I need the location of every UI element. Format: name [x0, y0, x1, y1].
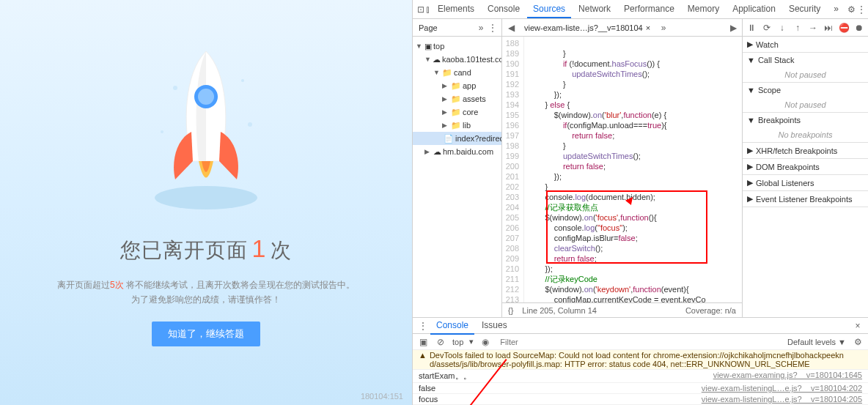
code-editor[interactable]: 188 189 190 191 192 193 194 195 196 197 … [502, 37, 742, 302]
modal-desc: 离开页面超过5次 将不能继续考试，且离开次数将会呈现在您的测试报告中。 为了避免… [57, 278, 355, 307]
file-more-icon[interactable]: » [658, 22, 669, 34]
kebab-icon[interactable]: ⋮ [487, 22, 499, 34]
console-row[interactable]: focusview-exam-listeningL…e.js?__v=18010… [413, 394, 868, 405]
debug-tool-icon[interactable]: ↑ [792, 22, 803, 34]
nav-right-icon[interactable]: ▶ [727, 22, 739, 34]
dbg-section-body: Not paused [743, 67, 868, 82]
gear-icon[interactable]: ⚙ [847, 4, 856, 15]
kebab-icon[interactable]: ⋮ [417, 320, 429, 332]
kebab-icon[interactable]: ⋮ [857, 4, 866, 15]
coverage: Coverage: n/a [685, 306, 736, 315]
code-status-bar: {} Line 205, Column 14 Coverage: n/a [502, 302, 742, 317]
title-pre: 您已离开页面 [120, 237, 248, 264]
tab-memory[interactable]: Memory [682, 1, 725, 18]
nav-left-icon[interactable]: ◀ [505, 22, 517, 34]
tree-item[interactable]: ▼📁 cand [413, 66, 501, 79]
dbg-section-header[interactable]: ▶Watch [743, 37, 868, 52]
tab-performance[interactable]: Performance [618, 1, 680, 18]
tab-network[interactable]: Network [573, 1, 617, 18]
modal-title: 您已离开页面 1 次 [120, 234, 293, 264]
tab-sources[interactable]: Sources [527, 1, 571, 18]
tree-item[interactable]: ▶📁 app [413, 79, 501, 92]
context-select[interactable]: top [452, 338, 463, 346]
dbg-section-header[interactable]: ▶Event Listener Breakpoints [743, 191, 868, 207]
cursor-pos: Line 205, Column 14 [522, 306, 597, 315]
gear-icon[interactable]: ⚙ [852, 336, 864, 348]
svg-point-5 [161, 130, 163, 133]
debug-tool-icon[interactable]: ⏸ [746, 22, 757, 34]
dbg-section-header[interactable]: ▼Breakpoints [743, 113, 868, 127]
confirm-button[interactable]: 知道了，继续答题 [152, 322, 260, 346]
console-drawer: ⋮ Console Issues × ▣ ⊘ top▾ ◉ Default le… [413, 317, 868, 405]
dbg-section-header[interactable]: ▶DOM Breakpoints [743, 159, 868, 174]
dbg-section-header[interactable]: ▶Global Listeners [743, 175, 868, 190]
drawer-tab-console[interactable]: Console [430, 317, 474, 335]
tab-console[interactable]: Console [482, 1, 526, 18]
svg-point-3 [173, 86, 177, 90]
exam-modal: 您已离开页面 1 次 离开页面超过5次 将不能继续考试，且离开次数将会呈现在您的… [0, 0, 412, 405]
debug-tool-icon[interactable]: ⟳ [761, 22, 772, 34]
tree-item[interactable]: ▼☁ kaoba.101test.com [413, 53, 501, 66]
debug-pane: ⏸⟳↓↑→⏭⛔⏺ ▶Watch▼Call StackNot paused▼Sco… [742, 19, 868, 317]
svg-point-2 [198, 89, 214, 105]
levels-select[interactable]: Default levels ▼ [787, 338, 846, 346]
file-tab-name: view-exam-liste…js?__v=180104 [524, 23, 643, 32]
dbg-section-header[interactable]: ▼Call Stack [743, 53, 868, 67]
dbg-section-header[interactable]: ▶XHR/fetch Breakpoints [743, 143, 868, 158]
device-icon[interactable]: ⫿ [426, 4, 430, 15]
debug-toolbar: ⏸⟳↓↑→⏭⛔⏺ [743, 19, 868, 37]
tree-item[interactable]: ▶📁 core [413, 105, 501, 119]
tree-item[interactable]: ▼▣ top [413, 40, 501, 53]
devtools: ⊡ ⫿ Elements Console Sources Network Per… [412, 0, 868, 405]
console-row[interactable]: startExam。。view-exam-examing.js?__v=1801… [413, 370, 868, 383]
tab-more[interactable]: » [828, 1, 845, 18]
tab-application[interactable]: Application [727, 1, 781, 18]
svg-point-0 [155, 186, 257, 209]
console-body[interactable]: ▲DevTools failed to load SourceMap: Coul… [413, 350, 868, 405]
file-tree[interactable]: ▼▣ top▼☁ kaoba.101test.com▼📁 cand▶📁 app▶… [413, 37, 501, 317]
pretty-print-icon[interactable]: {} [508, 306, 513, 315]
page-tab[interactable]: Page [416, 22, 441, 34]
tree-item[interactable]: ▶📁 lib [413, 119, 501, 132]
rocket-illustration [140, 44, 272, 212]
console-row[interactable]: ▲DevTools failed to load SourceMap: Coul… [413, 350, 868, 370]
page-more-icon[interactable]: » [475, 22, 487, 34]
dbg-section-body: No breakpoints [743, 127, 868, 142]
tree-item[interactable]: ▶📁 assets [413, 92, 501, 105]
tab-elements[interactable]: Elements [432, 1, 480, 18]
debug-tool-icon[interactable]: ⏭ [823, 22, 834, 34]
tree-item[interactable]: ▶☁ hm.baidu.com [413, 145, 501, 158]
title-post: 次 [271, 237, 292, 264]
drawer-tab-issues[interactable]: Issues [476, 317, 513, 335]
devtools-tabbar: ⊡ ⫿ Elements Console Sources Network Per… [413, 0, 868, 19]
code-lines[interactable]: } if (!document.hasFocus()) { updateSwit… [524, 37, 742, 302]
debug-tool-icon[interactable]: ⛔ [839, 22, 850, 34]
watermark-br: 180104:151 [361, 392, 403, 401]
code-pane: ◀ view-exam-liste…js?__v=180104 × » ▶ 18… [502, 19, 742, 317]
clear-icon[interactable]: ⊘ [435, 336, 446, 348]
inspect-icon[interactable]: ⊡ [417, 4, 424, 15]
close-icon[interactable]: × [852, 320, 864, 332]
page-pane: Page »⋮ ▼▣ top▼☁ kaoba.101test.com▼📁 can… [413, 19, 502, 317]
svg-point-4 [241, 79, 244, 82]
tab-security[interactable]: Security [783, 1, 826, 18]
title-count: 1 [252, 234, 267, 263]
console-row[interactable]: falseview-exam-listeningL…e.js?__v=18010… [413, 383, 868, 394]
eye-icon[interactable]: ◉ [479, 336, 491, 348]
sidebar-icon[interactable]: ▣ [417, 336, 429, 348]
debug-tool-icon[interactable]: → [808, 22, 819, 34]
file-tab-close-icon[interactable]: × [646, 23, 650, 32]
svg-point-6 [248, 122, 252, 127]
debug-tool-icon[interactable]: ⏺ [854, 22, 865, 34]
file-tab[interactable]: view-exam-liste…js?__v=180104 × [520, 22, 655, 34]
gutter: 188 189 190 191 192 193 194 195 196 197 … [502, 37, 524, 302]
tree-item[interactable]: 📄 index?redirect=0 [413, 132, 501, 145]
debug-tool-icon[interactable]: ↓ [776, 22, 787, 34]
dbg-section-header[interactable]: ▼Scope [743, 83, 868, 97]
filter-input[interactable] [497, 336, 629, 348]
dbg-section-body: Not paused [743, 97, 868, 112]
